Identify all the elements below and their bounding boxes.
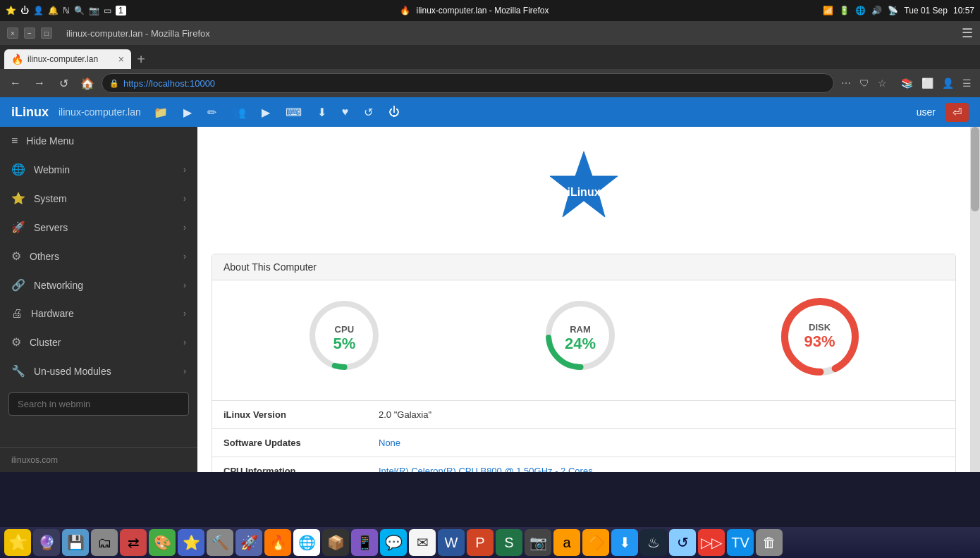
cluster-icon: ⚙ <box>11 335 21 349</box>
dock-mail-icon[interactable]: ✉ <box>409 529 436 556</box>
forward-button[interactable]: → <box>30 73 49 93</box>
cpu-label: CPU <box>333 324 355 335</box>
dock-propkg-icon[interactable]: 📦 <box>322 529 349 556</box>
arrow-icon-networking: › <box>183 280 186 290</box>
dock-firefox-icon[interactable]: 🔥 <box>264 529 291 556</box>
scrollbar[interactable] <box>970 127 980 472</box>
sidebar-label-webmin: Webmin <box>34 164 70 175</box>
play-icon[interactable]: ▶ <box>180 103 195 122</box>
dock-files-icon[interactable]: 💾 <box>62 529 89 556</box>
dock-anydesk-icon[interactable]: ▷▷ <box>698 529 725 556</box>
new-tab-button[interactable]: + <box>131 49 151 69</box>
arrow-icon-system: › <box>183 194 186 204</box>
ilinux-version-value: 2.0 "Galaxia" <box>367 401 955 429</box>
about-panel: About This Computer CPU <box>212 254 956 472</box>
files-icon[interactable]: 📁 <box>151 103 171 122</box>
browser-menu-button[interactable]: ☰ <box>962 25 973 41</box>
home-button[interactable]: 🏠 <box>78 73 97 93</box>
sidebar-label-networking: Networking <box>34 280 83 291</box>
sidebar-item-servers[interactable]: 🚀 Servers › <box>0 213 197 242</box>
close-tab-button[interactable]: × <box>118 54 124 65</box>
table-row: CPU Information Intel(R) Celeron(R) CPU … <box>212 457 955 473</box>
dock-viber-icon[interactable]: 📱 <box>351 529 378 556</box>
logo-area: iLinux <box>197 127 970 254</box>
dock-word-icon[interactable]: W <box>438 529 465 556</box>
dock-sysmanager-icon[interactable]: 🗂 <box>91 529 118 556</box>
refresh-icon[interactable]: ↺ <box>361 103 376 122</box>
active-tab[interactable]: 🔥 ilinux-computer.lan × <box>4 49 131 69</box>
hardware-icon: 🖨 <box>11 307 23 320</box>
app-header: iLinux ilinux-computer.lan 📁 ▶ ✏ 👥 ▶ ⌨ ⬇… <box>0 97 980 127</box>
shield-icon: 🛡 <box>857 76 872 90</box>
dock-teamviewer-icon[interactable]: TV <box>727 529 754 556</box>
software-updates-link[interactable]: None <box>379 438 400 448</box>
dock-grab-icon[interactable]: 📷 <box>525 529 551 556</box>
dock-sheets-icon[interactable]: S <box>496 529 522 556</box>
minimize-window-button[interactable]: − <box>24 27 35 39</box>
more-button[interactable]: ⋯ <box>838 76 854 90</box>
webmin-icon: 🌐 <box>11 163 25 176</box>
browser-window-title: ilinux-computer.lan - Mozilla Firefox <box>66 28 210 39</box>
download-icon[interactable]: ⬇ <box>314 103 329 122</box>
taskbar-bottom: ⭐ 🔮 💾 🗂 ⇄ 🎨 ⭐ 🔨 🚀 🔥 🌐 📦 📱 💬 ✉ W P S 📷 a … <box>0 527 980 558</box>
browser-menu-icon[interactable]: ☰ <box>960 76 974 90</box>
dock-migrate-icon[interactable]: ↺ <box>669 529 696 556</box>
content-area: iLinux About This Computer <box>197 127 970 472</box>
taskbar-left-icons: ⭐⏻👤🔔ℕ 🔍📷▭1 <box>6 6 126 16</box>
sidebar-item-networking[interactable]: 🔗 Networking › <box>0 271 197 299</box>
bookmarks-sidebar-icon[interactable]: 📚 <box>898 76 916 90</box>
dock-color-icon[interactable]: 🎨 <box>149 529 176 556</box>
heart-icon[interactable]: ♥ <box>339 103 352 121</box>
dock-trash-icon[interactable]: 🗑 <box>756 529 783 556</box>
dock-vlc-icon[interactable]: 🔶 <box>582 529 609 556</box>
profile-icon[interactable]: 👤 <box>939 76 957 90</box>
software-updates-label: Software Updates <box>212 429 367 457</box>
close-window-button[interactable]: × <box>7 27 18 39</box>
cpu-value: 5% <box>333 335 355 353</box>
url-text: https://localhost:10000 <box>123 78 215 89</box>
window-controls[interactable]: × − □ <box>7 27 52 39</box>
app-hostname: ilinux-computer.lan <box>59 106 141 118</box>
arrow-icon[interactable]: ▶ <box>259 103 273 122</box>
edit-icon[interactable]: ✏ <box>204 103 219 122</box>
servers-icon: 🚀 <box>11 221 25 234</box>
os-taskbar-top: ⭐⏻👤🔔ℕ 🔍📷▭1 🔥 ilinux-computer.lan - Mozil… <box>0 0 980 21</box>
dock-balls-icon[interactable]: 🔮 <box>33 529 60 556</box>
dock-skype-icon[interactable]: 💬 <box>380 529 407 556</box>
power-icon[interactable]: ⏻ <box>386 103 403 121</box>
sidebar-item-hide-menu[interactable]: ≡ Hide Menu <box>0 127 197 155</box>
terminal-icon[interactable]: ⌨ <box>283 103 305 122</box>
svg-marker-0 <box>550 151 618 217</box>
synced-tabs-icon[interactable]: ⬜ <box>919 76 936 90</box>
disk-gauge: DISK 93% <box>778 294 862 386</box>
dock-star-icon[interactable]: ⭐ <box>4 529 31 556</box>
dock-rocket-icon[interactable]: 🚀 <box>235 529 262 556</box>
reload-button[interactable]: ↺ <box>54 73 73 93</box>
sidebar-item-webmin[interactable]: 🌐 Webmin › <box>0 155 197 184</box>
users-icon[interactable]: 👥 <box>229 103 249 122</box>
logout-button[interactable]: ⏎ <box>945 103 969 122</box>
address-bar[interactable]: 🔒 https://localhost:10000 <box>102 73 834 93</box>
cpu-info-value: Intel(R) Celeron(R) CPU B800 @ 1.50GHz -… <box>367 457 955 473</box>
dock-steam-icon[interactable]: ♨ <box>640 529 667 556</box>
dock-qbittorrent-icon[interactable]: ⬇ <box>611 529 638 556</box>
disk-label: DISK <box>804 322 835 333</box>
sidebar-item-hardware[interactable]: 🖨 Hardware › <box>0 299 197 328</box>
sidebar-item-system[interactable]: ⭐ System › <box>0 184 197 213</box>
maximize-window-button[interactable]: □ <box>41 27 52 39</box>
dock-amazon-icon[interactable]: a <box>553 529 580 556</box>
sidebar-search-input[interactable] <box>8 392 189 416</box>
dock-star2-icon[interactable]: ⭐ <box>178 529 204 556</box>
sidebar-item-others[interactable]: ⚙ Others › <box>0 242 197 271</box>
dock-ppt-icon[interactable]: P <box>467 529 494 556</box>
dock-chrome-icon[interactable]: 🌐 <box>293 529 320 556</box>
sidebar-item-unused-modules[interactable]: 🔧 Un-used Modules › <box>0 356 197 385</box>
dock-switch-icon[interactable]: ⇄ <box>120 529 147 556</box>
sidebar-label-unused: Un-used Modules <box>34 366 111 377</box>
sidebar-item-cluster[interactable]: ⚙ Cluster › <box>0 328 197 356</box>
bookmark-icon[interactable]: ☆ <box>875 76 890 90</box>
networking-icon: 🔗 <box>11 278 25 292</box>
ram-gauge: RAM 24% <box>541 297 619 384</box>
dock-tools-icon[interactable]: 🔨 <box>207 529 233 556</box>
back-button[interactable]: ← <box>6 73 25 93</box>
